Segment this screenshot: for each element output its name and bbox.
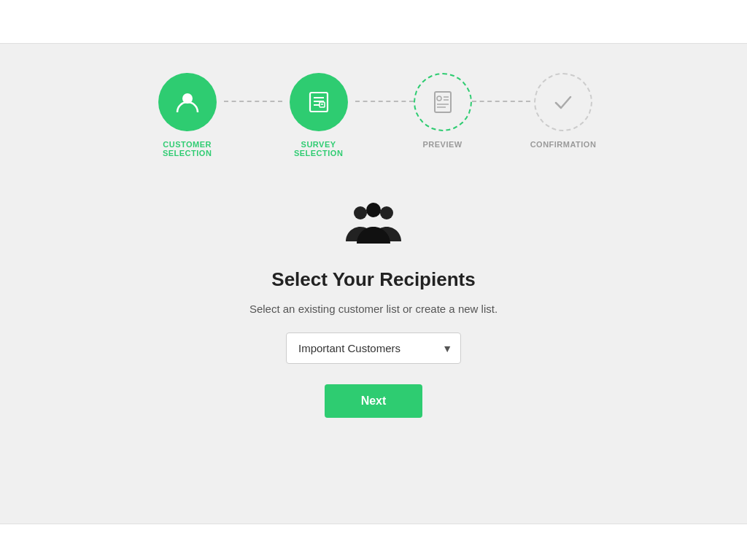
check-icon — [550, 89, 576, 115]
connector-1 — [224, 101, 282, 102]
step-survey-selection: SURVEY SELECTION — [282, 73, 355, 158]
step-circle-customer — [158, 73, 217, 131]
person-icon — [174, 89, 201, 115]
step-label-survey: SURVEY SELECTION — [282, 140, 355, 158]
svg-rect-7 — [435, 92, 451, 112]
step-preview: PREVIEW — [414, 73, 472, 149]
step-circle-confirmation — [534, 73, 592, 131]
dropdown-wrapper: Important Customers All Customers New Cu… — [286, 332, 461, 364]
next-button[interactable]: Next — [325, 384, 423, 418]
step-label-confirmation: CONFIRMATION — [530, 140, 597, 149]
svg-point-14 — [380, 206, 393, 219]
svg-point-8 — [437, 96, 441, 101]
body-section: Select Your Recipients Select an existin… — [249, 201, 498, 418]
step-label-preview: PREVIEW — [423, 140, 462, 149]
step-circle-preview — [414, 73, 472, 131]
section-subtitle: Select an existing customer list or crea… — [249, 303, 498, 315]
doc-icon — [430, 89, 456, 115]
step-circle-survey — [290, 73, 348, 131]
step-confirmation: CONFIRMATION — [530, 73, 597, 149]
step-label-customer: CUSTOMER SELECTION — [151, 140, 224, 158]
connector-3 — [472, 101, 530, 102]
bottom-bar — [0, 524, 747, 560]
section-title: Select Your Recipients — [271, 268, 475, 291]
main-content: CUSTOMER SELECTION SURVEY SELECTION — [0, 44, 747, 524]
connector-2 — [355, 101, 414, 102]
list-icon — [305, 88, 333, 116]
step-customer-selection: CUSTOMER SELECTION — [151, 73, 224, 158]
svg-point-15 — [366, 203, 381, 217]
top-bar — [0, 0, 747, 44]
stepper: CUSTOMER SELECTION SURVEY SELECTION — [118, 73, 629, 158]
recipients-icon — [344, 201, 403, 254]
svg-point-13 — [354, 206, 367, 219]
customer-list-dropdown[interactable]: Important Customers All Customers New Cu… — [286, 332, 461, 364]
